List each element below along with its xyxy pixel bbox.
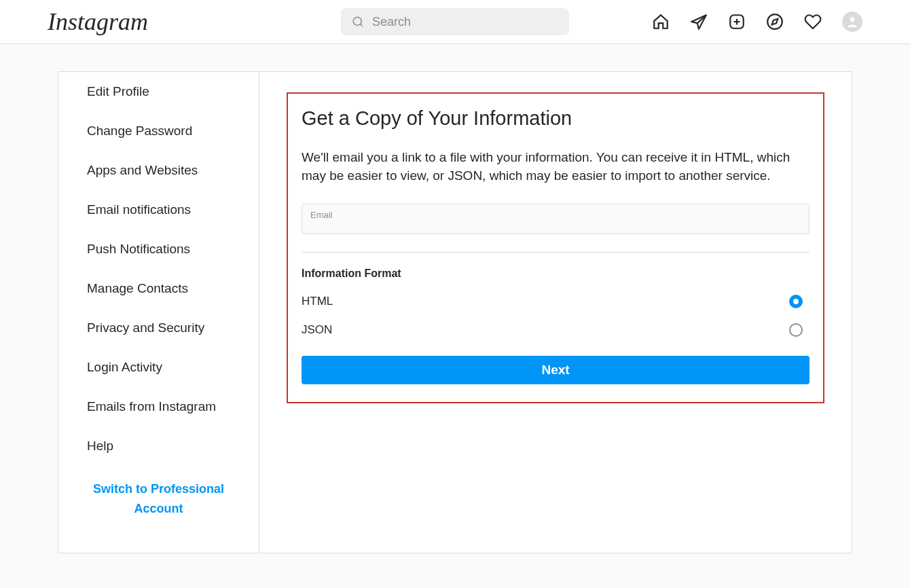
sidebar-item-edit-profile[interactable]: Edit Profile (58, 72, 259, 111)
explore-icon[interactable] (766, 13, 784, 31)
description-text: We'll email you a link to a file with yo… (302, 149, 809, 185)
format-option-json[interactable]: JSON (302, 323, 809, 337)
sidebar-item-email-notifications[interactable]: Email notifications (58, 190, 259, 229)
search-icon (352, 16, 364, 28)
search-input[interactable]: Search (341, 8, 569, 35)
next-button[interactable]: Next (302, 356, 809, 384)
sidebar-item-apps-websites[interactable]: Apps and Websites (58, 151, 259, 190)
svg-line-1 (360, 24, 362, 26)
svg-point-8 (850, 17, 855, 22)
page-title: Get a Copy of Your Information (302, 107, 809, 130)
sidebar: Edit Profile Change Password Apps and We… (58, 72, 259, 553)
sidebar-item-privacy-security[interactable]: Privacy and Security (58, 308, 259, 348)
sidebar-item-push-notifications[interactable]: Push Notifications (58, 229, 259, 269)
sidebar-item-login-activity[interactable]: Login Activity (58, 348, 259, 387)
new-post-icon[interactable] (728, 13, 746, 31)
format-option-label: HTML (302, 295, 333, 308)
avatar[interactable] (842, 12, 862, 32)
sidebar-item-help[interactable]: Help (58, 426, 259, 466)
user-icon (845, 15, 859, 29)
svg-point-0 (353, 17, 361, 25)
radio-icon (789, 295, 803, 308)
svg-marker-7 (772, 19, 778, 25)
email-field[interactable]: Email (302, 204, 809, 234)
top-nav: Instagram Search (0, 0, 910, 44)
activity-icon[interactable] (804, 13, 822, 31)
settings-container: Edit Profile Change Password Apps and We… (58, 71, 852, 553)
sidebar-item-manage-contacts[interactable]: Manage Contacts (58, 269, 259, 308)
switch-professional-link[interactable]: Switch to Professional Account (58, 466, 259, 532)
sidebar-item-emails-from-instagram[interactable]: Emails from Instagram (58, 387, 259, 426)
format-option-html[interactable]: HTML (302, 295, 809, 308)
sidebar-item-change-password[interactable]: Change Password (58, 111, 259, 151)
format-option-label: JSON (302, 323, 332, 337)
svg-point-6 (767, 14, 782, 29)
search-placeholder: Search (372, 15, 411, 29)
nav-icons (652, 12, 862, 32)
main-panel: Get a Copy of Your Information We'll ema… (259, 72, 852, 553)
divider (302, 252, 809, 253)
email-label: Email (310, 210, 801, 220)
messenger-icon[interactable] (690, 13, 708, 31)
format-label: Information Format (302, 268, 809, 280)
logo[interactable]: Instagram (48, 7, 148, 36)
home-icon[interactable] (652, 13, 670, 31)
highlight-box: Get a Copy of Your Information We'll ema… (287, 92, 824, 403)
radio-icon (789, 323, 803, 337)
